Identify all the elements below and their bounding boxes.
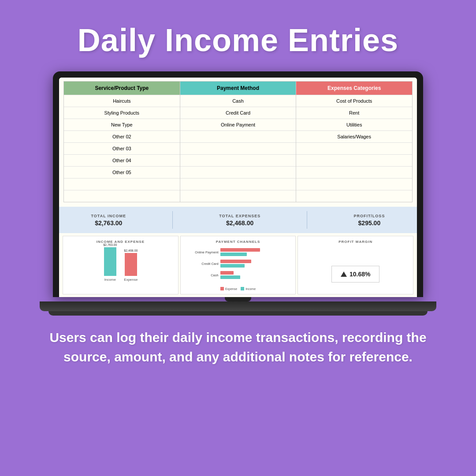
cell-onlinepayment: Online Payment (180, 119, 296, 130)
col-header-service: Service/Product Type (64, 82, 180, 95)
legend-income-label: Income (245, 287, 256, 290)
cell-cash: Cash (180, 95, 296, 107)
profit-margin-value-box: 10.68% (331, 266, 379, 283)
col-expenses: Expenses Categories Cost of Products Ren… (296, 82, 412, 202)
cell-styling: Styling Products (64, 107, 180, 119)
cell-salaries: Salaries/Wages (296, 130, 412, 142)
income-bar-value: $2,763.00 (103, 243, 117, 246)
col-payment-method: Payment Method Cash Credit Card Online P… (180, 82, 297, 202)
hbar-row-cash: Cash (184, 271, 292, 279)
income-bar-label: Income (104, 278, 116, 282)
col-service-type: Service/Product Type Haircuts Styling Pr… (64, 82, 180, 202)
cell-newtype: New Type (64, 119, 180, 130)
total-expenses-label: TOTAL EXPENSES (219, 214, 260, 218)
hbar-bars-credit (220, 260, 251, 268)
payment-channels-chart: PAYMENT CHANNELS Online Payment Credit C… (180, 236, 296, 294)
cell-costproducts: Cost of Products (296, 95, 412, 107)
bar-chart: $2,763.00 Income $2,468.00 Expense (67, 246, 175, 282)
laptop-notch (225, 297, 251, 301)
expense-bar-value: $2,468.00 (124, 249, 138, 252)
hbar-online-income (220, 253, 247, 256)
legend-income: Income (241, 287, 256, 290)
hbar-label-credit: Credit Card (184, 262, 219, 266)
bottom-description: Users can log their daily income transac… (0, 328, 476, 366)
cell-e-empty5: - (296, 190, 412, 202)
legend-expense: Expense (220, 287, 237, 290)
screen-content: Service/Product Type Haircuts Styling Pr… (59, 78, 417, 297)
expense-bar (125, 253, 137, 276)
total-income-summary: TOTAL INCOME $2,763.00 (91, 214, 126, 227)
triangle-up-icon (341, 271, 347, 277)
cell-p-empty2: - (180, 142, 296, 154)
profit-margin-content: 10.68% (301, 246, 409, 297)
legend-expense-label: Expense (225, 287, 237, 290)
cell-other04: Other 04 (64, 154, 180, 166)
cell-p-empty4: - (180, 166, 296, 178)
cell-creditcard: Credit Card (180, 107, 296, 119)
hbar-row-online: Online Payment (184, 248, 292, 256)
income-expense-chart: INCOME AND EXPENSE $2,763.00 Income $2,4… (63, 236, 178, 294)
divider1 (172, 211, 173, 229)
total-expenses-value: $2,468.00 (219, 219, 260, 227)
col-header-payment: Payment Method (180, 82, 296, 95)
cell-e-empty4: - (296, 178, 412, 190)
hbar-label-cash: Cash (184, 273, 219, 277)
hbar-credit-expense (220, 260, 251, 263)
hbar-bars-online (220, 248, 260, 256)
hbar-row-credit: Credit Card (184, 260, 292, 268)
charts-area: INCOME AND EXPENSE $2,763.00 Income $2,4… (59, 233, 417, 297)
payment-channels-title: PAYMENT CHANNELS (184, 240, 292, 244)
col-header-expenses: Expenses Categories (296, 82, 412, 95)
hbar-online-expense (220, 248, 260, 252)
hbar-label-online: Online Payment (184, 250, 219, 254)
cell-rent: Rent (296, 107, 412, 119)
cell-p-empty3: - (180, 154, 296, 166)
cell-p-empty1: - (180, 130, 296, 142)
hbar-credit-income (220, 264, 245, 268)
cell-p-empty5: - (180, 178, 296, 190)
income-bar (104, 247, 116, 276)
laptop-base (40, 301, 436, 311)
summary-bar: TOTAL INCOME $2,763.00 TOTAL EXPENSES $2… (59, 207, 417, 233)
spreadsheet-area: Service/Product Type Haircuts Styling Pr… (59, 78, 417, 205)
cell-p-empty6: - (180, 190, 296, 202)
profit-loss-label: PROFIT/LOSS (353, 214, 385, 218)
income-expense-title: INCOME AND EXPENSE (67, 240, 175, 244)
laptop-screen: Service/Product Type Haircuts Styling Pr… (53, 71, 423, 297)
total-income-label: TOTAL INCOME (91, 214, 126, 218)
cell-e-empty1: - (296, 142, 412, 154)
divider2 (307, 211, 307, 229)
cell-e-empty3: - (296, 166, 412, 178)
expense-bar-label: Expense (124, 278, 138, 282)
cell-empty1: - (64, 178, 180, 190)
cell-other05: Other 05 (64, 166, 180, 178)
hbar-cash-income (220, 275, 240, 279)
hbar-chart: Online Payment Credit Card (184, 246, 292, 284)
profit-margin-title: PROFIT MARGIN (301, 240, 409, 244)
cell-other03: Other 03 (64, 142, 180, 154)
total-income-value: $2,763.00 (91, 219, 126, 227)
laptop-mockup: Service/Product Type Haircuts Styling Pr… (48, 71, 428, 316)
cell-other02: Other 02 (64, 130, 180, 142)
cell-e-empty2: - (296, 154, 412, 166)
profit-loss-value: $295.00 (353, 219, 385, 227)
cell-utilities: Utilities (296, 119, 412, 130)
profit-loss-summary: PROFIT/LOSS $295.00 (353, 214, 385, 227)
profit-margin-box: PROFIT MARGIN 10.68% (298, 236, 413, 294)
cell-haircuts: Haircuts (64, 95, 180, 107)
expense-bar-group: $2,468.00 Expense (124, 249, 138, 282)
data-table: Service/Product Type Haircuts Styling Pr… (63, 81, 413, 202)
profit-margin-value: 10.68% (350, 271, 370, 278)
total-expenses-summary: TOTAL EXPENSES $2,468.00 (219, 214, 260, 227)
legend-income-dot (241, 287, 244, 290)
page-title: Daily Income Entries (78, 22, 398, 58)
cell-empty2: - (64, 190, 180, 202)
income-bar-group: $2,763.00 Income (103, 243, 117, 282)
hbar-bars-cash (220, 271, 240, 279)
hbar-legend: Expense Income (184, 287, 292, 290)
hbar-cash-expense (220, 271, 234, 275)
laptop-base-bottom (48, 311, 428, 316)
legend-expense-dot (220, 287, 224, 290)
